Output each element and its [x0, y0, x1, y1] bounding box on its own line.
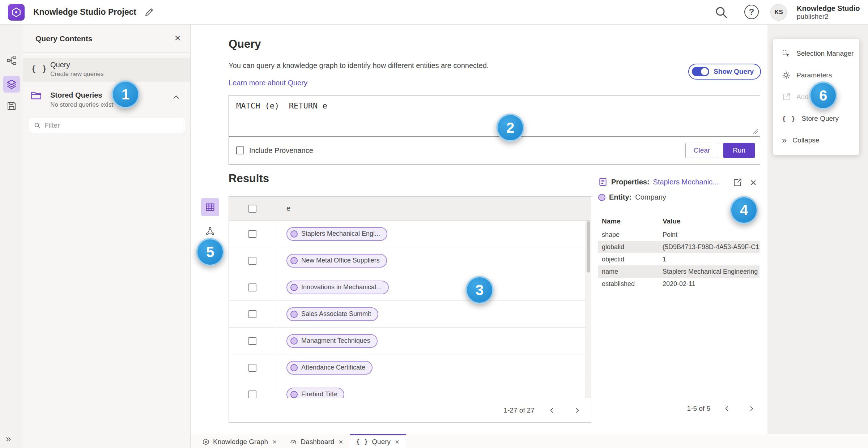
account-info: Knowledge Studio publisher2 — [797, 4, 860, 21]
row-checkbox[interactable] — [248, 364, 256, 372]
table-row[interactable]: Staplers Mechanical Engi... — [229, 221, 591, 247]
properties-pagination: 1-5 of 5 — [598, 401, 760, 417]
entity-dot-icon — [290, 284, 298, 291]
sidebar-item-stored-label[interactable]: Stored Queries — [50, 91, 102, 99]
entity-label: Entity: — [609, 193, 631, 201]
property-row: globalid{5D9B4713-F98D-4A53-A59F-C11... — [598, 241, 760, 253]
query-contents-panel: Query Contents × { } Query Create new qu… — [23, 25, 191, 448]
filter-input[interactable] — [44, 121, 180, 129]
chevron-up-icon[interactable] — [171, 93, 181, 102]
app-logo-icon[interactable] — [8, 4, 25, 21]
table-row[interactable]: New Metal Office Suppliers — [229, 247, 591, 274]
entity-chip[interactable]: Staplers Mechanical Engi... — [286, 227, 387, 241]
query-footer: Include Provenance Clear Run — [229, 137, 760, 164]
table-row[interactable]: Innovations in Mechanical... — [229, 274, 591, 301]
table-row[interactable]: Managment Techniques — [229, 328, 591, 354]
tab-query-active[interactable]: { } Query × — [350, 434, 406, 448]
search-icon[interactable] — [714, 5, 728, 20]
row-checkbox[interactable] — [248, 230, 256, 238]
entity-chip[interactable]: Firebird Title — [286, 388, 344, 398]
callout-badge-3: 3 — [465, 276, 494, 304]
folder-icon — [30, 90, 42, 101]
left-icon-rail: » — [0, 25, 23, 448]
filter-field — [29, 118, 185, 133]
app-root: Knowledge Studio Project ? KS Knowledge … — [0, 0, 868, 448]
query-description: You can query a knowledge graph to ident… — [229, 61, 489, 70]
property-row: established2020-02-11 — [598, 278, 760, 290]
entity-type-dot-icon — [598, 194, 605, 201]
entity-chip[interactable]: Innovations in Mechanical... — [286, 281, 389, 294]
sidebar-item-query[interactable]: { } Query Create new queries — [23, 58, 190, 82]
panel-header: Query Contents × — [23, 25, 190, 53]
entity-row: Entity: Company — [598, 193, 666, 201]
panel-title: Query Contents — [35, 34, 93, 43]
collapse-icon: » — [782, 136, 787, 145]
properties-icon — [598, 177, 608, 187]
entity-dot-icon — [290, 311, 298, 318]
table-row[interactable]: Firebird Title — [229, 381, 591, 398]
scrollbar-thumb[interactable] — [587, 221, 590, 273]
hierarchy-icon[interactable] — [6, 55, 17, 66]
learn-more-link[interactable]: Learn more about Query — [229, 79, 307, 87]
user-avatar[interactable]: KS — [770, 4, 787, 21]
menu-item-collapse[interactable]: » Collapse — [773, 129, 859, 151]
provenance-checkbox[interactable] — [236, 146, 244, 154]
menu-item-selection-manager[interactable]: Selection Manager — [773, 43, 859, 64]
entity-dot-icon — [290, 230, 298, 238]
show-query-toggle[interactable]: Show Query — [688, 64, 761, 80]
resize-handle-icon[interactable] — [753, 129, 759, 163]
tab-close-icon[interactable]: × — [339, 438, 343, 446]
entity-chip[interactable]: New Metal Office Suppliers — [286, 254, 387, 268]
rail-expand-icon[interactable]: » — [6, 433, 11, 444]
menu-item-store-query[interactable]: { } Store Query — [773, 108, 859, 129]
entity-chip[interactable]: Sales Associate Summit — [286, 307, 378, 321]
clear-button[interactable]: Clear — [685, 143, 718, 158]
table-row[interactable]: Sales Associate Summit — [229, 301, 591, 328]
help-icon[interactable]: ? — [744, 5, 759, 19]
properties-label: Properties: — [611, 178, 650, 186]
row-checkbox[interactable] — [248, 391, 256, 398]
braces-icon: { } — [356, 438, 369, 445]
run-button[interactable]: Run — [723, 143, 755, 158]
entity-chip[interactable]: Managment Techniques — [286, 334, 378, 348]
row-checkbox[interactable] — [248, 257, 256, 265]
project-title: Knowledge Studio Project — [33, 7, 136, 17]
entity-chip[interactable]: Attendance Certificate — [286, 361, 373, 375]
entity-dot-icon — [290, 391, 298, 398]
save-icon[interactable] — [6, 101, 17, 111]
tab-close-icon[interactable]: × — [272, 438, 277, 446]
chevron-right-icon[interactable] — [569, 402, 585, 418]
callout-badge-6: 6 — [809, 81, 837, 110]
edit-title-icon[interactable] — [144, 7, 155, 17]
query-textarea[interactable]: MATCH (e) RETURN e — [229, 95, 760, 137]
tab-knowledge-graph[interactable]: Knowledge Graph × — [196, 434, 283, 448]
panel-close-icon[interactable]: × — [174, 32, 181, 44]
toggle-label: Show Query — [714, 68, 754, 76]
row-checkbox[interactable] — [248, 337, 256, 345]
braces-icon: { } — [782, 115, 796, 123]
chevron-left-icon[interactable] — [719, 401, 735, 417]
table-view-button[interactable] — [201, 198, 219, 216]
properties-entity-link[interactable]: Staplers Mechanic... — [653, 178, 719, 186]
pagination-label: 1-27 of 27 — [503, 406, 535, 414]
select-all-checkbox[interactable] — [248, 205, 256, 213]
property-row: nameStaplers Mechanical Engineering — [598, 265, 760, 278]
sidebar-item-stored-sublabel: No stored queries exist — [50, 101, 113, 108]
toggle-switch — [692, 67, 709, 76]
tab-dashboard[interactable]: Dashboard × — [283, 434, 349, 448]
gear-icon — [782, 71, 791, 80]
table-scrollbar[interactable] — [586, 221, 591, 398]
row-checkbox[interactable] — [248, 310, 256, 318]
column-header-e[interactable]: e — [276, 204, 290, 213]
entity-dot-icon — [290, 337, 298, 345]
table-row[interactable]: Attendance Certificate — [229, 354, 591, 381]
add-to-selection-icon[interactable] — [733, 178, 742, 187]
add-to-map-icon — [782, 93, 791, 101]
chevron-left-icon[interactable] — [544, 402, 560, 418]
tab-close-icon[interactable]: × — [395, 438, 399, 446]
properties-close-icon[interactable]: × — [750, 177, 757, 188]
layers-icon-selected[interactable] — [3, 76, 20, 93]
chevron-right-icon[interactable] — [744, 401, 760, 417]
graph-view-button[interactable] — [203, 224, 217, 238]
row-checkbox[interactable] — [248, 283, 256, 291]
